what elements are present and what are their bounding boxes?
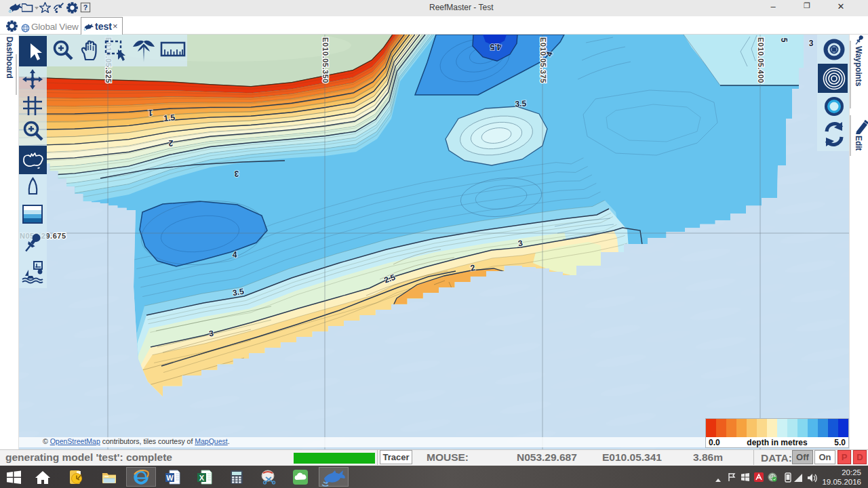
svg-text:E010.05.350: E010.05.350 [321,37,330,83]
svg-text:3: 3 [809,39,814,48]
svg-text:E010.05.375: E010.05.375 [539,37,547,83]
svg-text:W: W [166,474,174,482]
svg-text:E010.05.400: E010.05.400 [757,37,765,83]
svg-text:5: 5 [779,38,789,43]
svg-text:4.5: 4.5 [490,42,501,52]
svg-text:3.5: 3.5 [515,98,527,108]
svg-text:3: 3 [234,169,239,178]
svg-text:3.5: 3.5 [232,287,245,298]
svg-text:2: 2 [168,138,173,148]
svg-text:1: 1 [148,108,153,117]
svg-text:?: ? [83,3,88,12]
svg-text:1.5: 1.5 [163,113,176,123]
svg-text:X: X [199,474,205,482]
svg-text:4: 4 [233,250,237,260]
